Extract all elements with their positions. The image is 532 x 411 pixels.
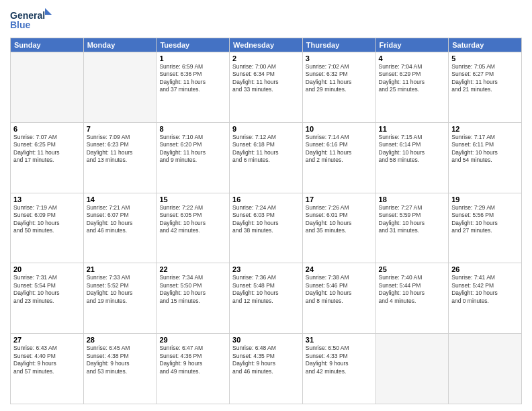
calendar-cell: 4Sunrise: 7:04 AM Sunset: 6:29 PM Daylig… [375, 52, 449, 123]
day-number: 13 [13, 195, 81, 203]
day-info: Sunrise: 7:17 AM Sunset: 6:11 PM Dayligh… [451, 134, 519, 165]
day-number: 7 [87, 125, 154, 133]
calendar-cell: 7Sunrise: 7:09 AM Sunset: 6:23 PM Daylig… [83, 122, 157, 193]
day-number: 11 [379, 125, 446, 133]
day-info: Sunrise: 7:38 AM Sunset: 5:46 PM Dayligh… [306, 274, 373, 305]
day-info: Sunrise: 6:50 AM Sunset: 4:33 PM Dayligh… [306, 345, 373, 375]
calendar-cell: 1Sunrise: 6:59 AM Sunset: 6:36 PM Daylig… [157, 52, 230, 123]
page: GeneralBlue SundayMondayTuesdayWednesday… [0, 0, 532, 411]
svg-text:Blue: Blue [10, 19, 31, 30]
day-header-sunday: Sunday [11, 38, 84, 52]
day-info: Sunrise: 7:04 AM Sunset: 6:29 PM Dayligh… [379, 63, 446, 94]
day-info: Sunrise: 7:09 AM Sunset: 6:23 PM Dayligh… [87, 134, 154, 165]
day-info: Sunrise: 7:33 AM Sunset: 5:52 PM Dayligh… [87, 274, 154, 305]
day-header-saturday: Saturday [449, 38, 522, 52]
day-number: 28 [87, 336, 154, 344]
calendar-cell: 11Sunrise: 7:15 AM Sunset: 6:14 PM Dayli… [375, 122, 449, 193]
day-number: 20 [13, 265, 81, 273]
calendar-cell: 8Sunrise: 7:10 AM Sunset: 6:20 PM Daylig… [157, 122, 230, 193]
calendar-cell: 25Sunrise: 7:40 AM Sunset: 5:44 PM Dayli… [375, 263, 449, 334]
calendar-cell: 12Sunrise: 7:17 AM Sunset: 6:11 PM Dayli… [449, 122, 522, 193]
day-info: Sunrise: 7:24 AM Sunset: 6:03 PM Dayligh… [232, 204, 300, 235]
logo: GeneralBlue [10, 7, 57, 34]
week-row-4: 20Sunrise: 7:31 AM Sunset: 5:54 PM Dayli… [11, 263, 522, 334]
day-info: Sunrise: 7:36 AM Sunset: 5:48 PM Dayligh… [232, 274, 300, 305]
day-info: Sunrise: 6:48 AM Sunset: 4:35 PM Dayligh… [232, 345, 300, 375]
day-info: Sunrise: 7:27 AM Sunset: 5:59 PM Dayligh… [379, 204, 446, 235]
day-number: 22 [159, 265, 226, 273]
day-number: 17 [306, 195, 373, 203]
day-info: Sunrise: 7:02 AM Sunset: 6:32 PM Dayligh… [306, 63, 373, 94]
day-info: Sunrise: 6:43 AM Sunset: 4:40 PM Dayligh… [13, 345, 81, 375]
day-header-tuesday: Tuesday [157, 38, 230, 52]
day-number: 19 [451, 195, 519, 203]
day-info: Sunrise: 6:47 AM Sunset: 4:36 PM Dayligh… [159, 345, 226, 375]
day-header-thursday: Thursday [302, 38, 375, 52]
day-info: Sunrise: 7:19 AM Sunset: 6:09 PM Dayligh… [13, 204, 81, 235]
day-info: Sunrise: 7:22 AM Sunset: 6:05 PM Dayligh… [159, 204, 226, 235]
day-info: Sunrise: 7:41 AM Sunset: 5:42 PM Dayligh… [451, 274, 519, 305]
calendar-cell: 23Sunrise: 7:36 AM Sunset: 5:48 PM Dayli… [230, 263, 303, 334]
calendar-cell: 28Sunrise: 6:45 AM Sunset: 4:38 PM Dayli… [83, 334, 157, 404]
day-number: 31 [306, 336, 373, 344]
calendar-cell: 10Sunrise: 7:14 AM Sunset: 6:16 PM Dayli… [302, 122, 375, 193]
day-number: 12 [451, 125, 519, 133]
day-number: 8 [159, 125, 226, 133]
day-number: 6 [13, 125, 81, 133]
day-number: 2 [232, 54, 300, 62]
calendar-cell: 19Sunrise: 7:29 AM Sunset: 5:56 PM Dayli… [449, 193, 522, 263]
calendar-cell: 5Sunrise: 7:05 AM Sunset: 6:27 PM Daylig… [449, 52, 522, 123]
calendar-cell: 21Sunrise: 7:33 AM Sunset: 5:52 PM Dayli… [83, 263, 157, 334]
calendar-cell: 22Sunrise: 7:34 AM Sunset: 5:50 PM Dayli… [157, 263, 230, 334]
calendar-table: SundayMondayTuesdayWednesdayThursdayFrid… [10, 38, 522, 404]
day-number: 9 [232, 125, 300, 133]
day-header-monday: Monday [83, 38, 157, 52]
calendar-cell: 18Sunrise: 7:27 AM Sunset: 5:59 PM Dayli… [375, 193, 449, 263]
calendar-cell [11, 52, 84, 123]
day-number: 29 [159, 336, 226, 344]
day-number: 1 [159, 54, 226, 62]
calendar-cell [375, 334, 449, 404]
day-number: 5 [451, 54, 519, 62]
calendar-cell: 27Sunrise: 6:43 AM Sunset: 4:40 PM Dayli… [11, 334, 84, 404]
calendar-cell: 26Sunrise: 7:41 AM Sunset: 5:42 PM Dayli… [449, 263, 522, 334]
svg-marker-1 [45, 8, 52, 15]
day-number: 15 [159, 195, 226, 203]
day-number: 23 [232, 265, 300, 273]
day-info: Sunrise: 7:12 AM Sunset: 6:18 PM Dayligh… [232, 134, 300, 165]
calendar-cell: 2Sunrise: 7:00 AM Sunset: 6:34 PM Daylig… [230, 52, 303, 123]
day-number: 30 [232, 336, 300, 344]
calendar-cell: 20Sunrise: 7:31 AM Sunset: 5:54 PM Dayli… [11, 263, 84, 334]
calendar-cell: 3Sunrise: 7:02 AM Sunset: 6:32 PM Daylig… [302, 52, 375, 123]
day-info: Sunrise: 7:26 AM Sunset: 6:01 PM Dayligh… [306, 204, 373, 235]
calendar-cell: 16Sunrise: 7:24 AM Sunset: 6:03 PM Dayli… [230, 193, 303, 263]
day-number: 10 [306, 125, 373, 133]
calendar-cell: 6Sunrise: 7:07 AM Sunset: 6:25 PM Daylig… [11, 122, 84, 193]
week-row-5: 27Sunrise: 6:43 AM Sunset: 4:40 PM Dayli… [11, 334, 522, 404]
day-info: Sunrise: 7:05 AM Sunset: 6:27 PM Dayligh… [451, 63, 519, 94]
day-number: 24 [306, 265, 373, 273]
calendar-cell: 30Sunrise: 6:48 AM Sunset: 4:35 PM Dayli… [230, 334, 303, 404]
day-number: 26 [451, 265, 519, 273]
week-row-1: 1Sunrise: 6:59 AM Sunset: 6:36 PM Daylig… [11, 52, 522, 123]
day-info: Sunrise: 6:59 AM Sunset: 6:36 PM Dayligh… [159, 63, 226, 94]
day-number: 25 [379, 265, 446, 273]
calendar-cell: 24Sunrise: 7:38 AM Sunset: 5:46 PM Dayli… [302, 263, 375, 334]
day-info: Sunrise: 7:29 AM Sunset: 5:56 PM Dayligh… [451, 204, 519, 235]
day-number: 14 [87, 195, 154, 203]
day-info: Sunrise: 7:21 AM Sunset: 6:07 PM Dayligh… [87, 204, 154, 235]
day-number: 18 [379, 195, 446, 203]
day-number: 4 [379, 54, 446, 62]
day-number: 3 [306, 54, 373, 62]
day-info: Sunrise: 7:31 AM Sunset: 5:54 PM Dayligh… [13, 274, 81, 305]
calendar-cell: 14Sunrise: 7:21 AM Sunset: 6:07 PM Dayli… [83, 193, 157, 263]
logo-svg: GeneralBlue [10, 7, 57, 34]
day-info: Sunrise: 7:14 AM Sunset: 6:16 PM Dayligh… [306, 134, 373, 165]
week-row-3: 13Sunrise: 7:19 AM Sunset: 6:09 PM Dayli… [11, 193, 522, 263]
day-header-friday: Friday [375, 38, 449, 52]
calendar-cell: 13Sunrise: 7:19 AM Sunset: 6:09 PM Dayli… [11, 193, 84, 263]
calendar-cell: 9Sunrise: 7:12 AM Sunset: 6:18 PM Daylig… [230, 122, 303, 193]
day-header-wednesday: Wednesday [230, 38, 303, 52]
day-number: 27 [13, 336, 81, 344]
day-info: Sunrise: 6:45 AM Sunset: 4:38 PM Dayligh… [87, 345, 154, 375]
